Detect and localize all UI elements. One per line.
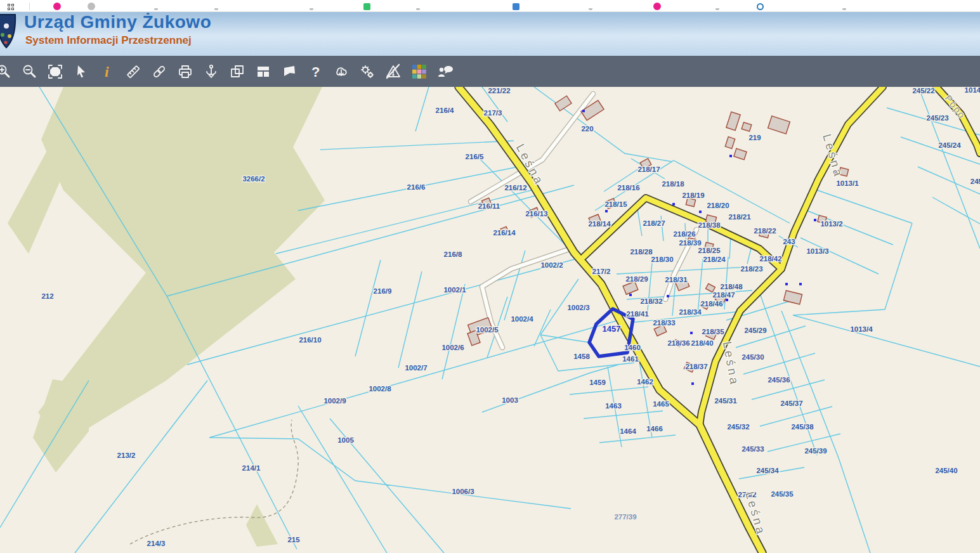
settings-gears-button[interactable] bbox=[354, 57, 380, 86]
svg-text:216/4: 216/4 bbox=[436, 107, 454, 114]
svg-text:1003: 1003 bbox=[502, 396, 518, 404]
select-cursor-button[interactable] bbox=[68, 57, 94, 86]
svg-text:1457: 1457 bbox=[603, 324, 621, 334]
disclaimer-warning-button[interactable] bbox=[380, 57, 406, 86]
svg-text:1002/4: 1002/4 bbox=[511, 315, 533, 323]
svg-text:216/14: 216/14 bbox=[493, 229, 516, 237]
svg-text:245/: 245/ bbox=[970, 178, 980, 185]
svg-text:1013/3: 1013/3 bbox=[806, 247, 828, 255]
help-button[interactable]: ? bbox=[302, 57, 328, 86]
svg-text:277/39: 277/39 bbox=[614, 513, 636, 521]
coordinates-pin-button[interactable] bbox=[198, 57, 224, 86]
app-header: Urząd Gminy Żukowo System Informacji Prz… bbox=[0, 11, 980, 56]
svg-text:245/33: 245/33 bbox=[742, 445, 764, 453]
svg-text:1465: 1465 bbox=[653, 400, 669, 408]
svg-text:1464: 1464 bbox=[620, 427, 636, 435]
svg-text:218/35: 218/35 bbox=[702, 328, 724, 335]
svg-text:245/22: 245/22 bbox=[912, 87, 934, 94]
feedback-user-button[interactable] bbox=[432, 57, 458, 86]
svg-text:218/16: 218/16 bbox=[617, 184, 639, 192]
svg-text:218/15: 218/15 bbox=[604, 200, 627, 208]
svg-text:243: 243 bbox=[783, 238, 795, 245]
svg-text:218/30: 218/30 bbox=[651, 256, 673, 263]
svg-text:1002/9: 1002/9 bbox=[323, 397, 346, 405]
svg-text:217/3: 217/3 bbox=[484, 109, 502, 117]
browser-bookmarks-bar[interactable] bbox=[0, 0, 980, 12]
layers-legend-palette-icon[interactable] bbox=[406, 57, 432, 86]
svg-text:1013/4: 1013/4 bbox=[850, 325, 873, 333]
svg-text:216/11: 216/11 bbox=[478, 202, 500, 210]
svg-text:1002/6: 1002/6 bbox=[441, 344, 464, 351]
svg-text:1002/3: 1002/3 bbox=[567, 304, 589, 311]
svg-text:245/38: 245/38 bbox=[791, 423, 814, 431]
stub-bookmark-icon[interactable] bbox=[715, 8, 719, 10]
svg-text:221/22: 221/22 bbox=[488, 87, 510, 94]
svg-text:218/47: 218/47 bbox=[712, 291, 735, 299]
download-cloud-button[interactable] bbox=[328, 57, 354, 86]
stub-bookmark-icon[interactable] bbox=[154, 8, 158, 10]
zoom-out-button[interactable] bbox=[16, 57, 42, 86]
stub-bookmark-icon[interactable] bbox=[214, 8, 218, 10]
measure-ruler-button[interactable] bbox=[120, 57, 146, 86]
svg-text:3266/2: 3266/2 bbox=[242, 175, 265, 183]
svg-text:1462: 1462 bbox=[637, 378, 653, 386]
layout-panels-button[interactable] bbox=[250, 57, 276, 86]
svg-text:1466: 1466 bbox=[646, 425, 663, 433]
svg-text:245/31: 245/31 bbox=[714, 397, 737, 405]
svg-text:218/25: 218/25 bbox=[698, 247, 721, 254]
svg-text:218/46: 218/46 bbox=[700, 300, 722, 308]
stub-bookmark-icon[interactable] bbox=[416, 8, 420, 10]
svg-text:?: ? bbox=[311, 64, 320, 80]
sq-bookmark-icon[interactable] bbox=[363, 3, 370, 10]
dot-bookmark-icon[interactable] bbox=[88, 3, 95, 10]
page-subtitle: System Informacji Przestrzennej bbox=[25, 34, 192, 47]
svg-text:218/24: 218/24 bbox=[703, 256, 726, 263]
svg-text:218/14: 218/14 bbox=[588, 220, 611, 228]
svg-text:216/5: 216/5 bbox=[466, 153, 484, 160]
stub-bookmark-icon[interactable] bbox=[842, 8, 846, 10]
svg-text:1005: 1005 bbox=[337, 436, 354, 444]
svg-text:1002/5: 1002/5 bbox=[476, 326, 499, 334]
svg-text:218/20: 218/20 bbox=[707, 202, 729, 209]
svg-text:1002/8: 1002/8 bbox=[369, 385, 391, 393]
dot-bookmark-icon[interactable] bbox=[53, 3, 61, 10]
svg-text:1459: 1459 bbox=[589, 379, 606, 386]
svg-text:216/13: 216/13 bbox=[525, 210, 547, 218]
map-canvas[interactable]: 221/22216/4217/32202191014/245/22245/232… bbox=[0, 87, 980, 553]
stub-bookmark-icon[interactable] bbox=[310, 8, 313, 10]
svg-text:214/1: 214/1 bbox=[242, 464, 261, 472]
stub-bookmark-icon[interactable] bbox=[589, 8, 592, 10]
svg-text:216/9: 216/9 bbox=[374, 287, 392, 295]
svg-text:212: 212 bbox=[41, 292, 53, 300]
svg-text:245/24: 245/24 bbox=[938, 141, 961, 149]
svg-text:218/37: 218/37 bbox=[685, 363, 707, 370]
svg-text:245/30: 245/30 bbox=[742, 353, 764, 361]
grid-bookmark-icon[interactable] bbox=[8, 4, 15, 10]
identify-info-button[interactable]: i bbox=[94, 57, 120, 86]
dot-bookmark-icon[interactable] bbox=[653, 3, 661, 10]
svg-text:1463: 1463 bbox=[605, 402, 622, 410]
svg-text:216/8: 216/8 bbox=[444, 250, 462, 258]
print-button[interactable] bbox=[172, 57, 198, 86]
svg-text:218/38: 218/38 bbox=[698, 221, 721, 229]
svg-text:1460: 1460 bbox=[624, 344, 641, 351]
full-extent-button[interactable] bbox=[42, 57, 68, 86]
swap-windows-button[interactable] bbox=[224, 57, 250, 86]
svg-text:1002/2: 1002/2 bbox=[540, 261, 563, 269]
svg-text:215: 215 bbox=[287, 536, 300, 543]
svg-text:218/29: 218/29 bbox=[625, 275, 648, 283]
sep-bookmark-icon[interactable] bbox=[29, 3, 30, 10]
zoom-in-button[interactable] bbox=[0, 57, 16, 86]
sq-bookmark-icon[interactable] bbox=[513, 3, 519, 10]
ring-bookmark-icon[interactable] bbox=[757, 3, 764, 10]
svg-text:245/32: 245/32 bbox=[727, 423, 749, 431]
svg-text:1461: 1461 bbox=[622, 355, 639, 363]
link-button[interactable] bbox=[146, 57, 172, 86]
svg-text:218/17: 218/17 bbox=[637, 166, 660, 173]
svg-text:218/42: 218/42 bbox=[759, 255, 781, 263]
svg-text:218/39: 218/39 bbox=[679, 239, 701, 247]
svg-text:218/26: 218/26 bbox=[673, 230, 695, 238]
svg-text:220: 220 bbox=[581, 125, 593, 133]
annotation-polygon-button[interactable] bbox=[276, 57, 302, 86]
svg-text:245/39: 245/39 bbox=[804, 447, 826, 455]
